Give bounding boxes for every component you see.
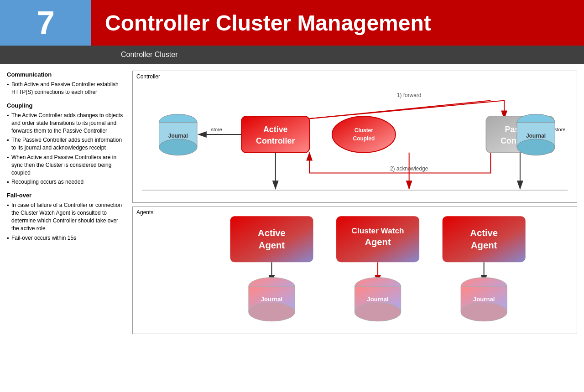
- failover-heading: Fail-over: [7, 191, 125, 200]
- svg-text:Active: Active: [263, 125, 288, 134]
- agents-box: Agents: [132, 206, 577, 334]
- svg-text:store: store: [554, 127, 565, 132]
- left-panel: Communication Both Active and Passive Co…: [7, 71, 125, 392]
- communication-heading: Communication: [7, 71, 125, 79]
- svg-text:Active: Active: [258, 228, 286, 238]
- list-item: The Active Controller adds changes to ob…: [7, 112, 125, 134]
- diagram-area: Controller Journal store Active Controll…: [132, 71, 577, 392]
- svg-point-2: [159, 139, 197, 155]
- agents-svg: Active Agent Journal Cluster Watch Agent: [135, 209, 574, 331]
- agents-label: Agents: [136, 209, 153, 216]
- svg-rect-6: [241, 116, 309, 152]
- svg-point-48: [355, 303, 401, 321]
- svg-rect-34: [230, 216, 313, 262]
- svg-text:Agent: Agent: [471, 240, 497, 250]
- svg-text:Cluster Watch: Cluster Watch: [352, 226, 404, 235]
- svg-text:Journal: Journal: [168, 133, 188, 139]
- slide-title: Controller Cluster Management: [91, 0, 584, 46]
- list-item: Both Active and Passive Controller estab…: [7, 81, 125, 96]
- main-content: Communication Both Active and Passive Co…: [0, 64, 584, 392]
- svg-text:Agent: Agent: [365, 237, 391, 247]
- coupling-heading: Coupling: [7, 102, 125, 110]
- list-item: Recoupling occurs as needed: [7, 178, 125, 186]
- svg-text:store: store: [211, 127, 222, 132]
- slide-number: 7: [0, 0, 91, 46]
- svg-text:Journal: Journal: [367, 296, 388, 303]
- list-item: In case of failure of a Controller or co…: [7, 201, 125, 232]
- list-item: When Active and Passive Controllers are …: [7, 154, 125, 176]
- subtitle-bar: Controller Cluster: [0, 46, 584, 64]
- svg-text:Journal: Journal: [261, 296, 282, 303]
- header: 7 Controller Cluster Management: [0, 0, 584, 46]
- coupling-list: The Active Controller adds changes to ob…: [7, 112, 125, 186]
- svg-text:Journal: Journal: [526, 133, 546, 139]
- communication-list: Both Active and Passive Controller estab…: [7, 81, 125, 96]
- svg-text:Cluster: Cluster: [355, 127, 373, 134]
- svg-point-40: [249, 303, 295, 321]
- svg-point-9: [332, 116, 396, 152]
- svg-text:Controller: Controller: [256, 136, 295, 145]
- svg-text:Active: Active: [470, 228, 498, 238]
- svg-text:Coupled: Coupled: [353, 135, 375, 142]
- svg-text:Journal: Journal: [473, 296, 495, 303]
- svg-point-56: [461, 303, 507, 321]
- svg-rect-50: [443, 216, 526, 262]
- svg-point-22: [517, 139, 555, 155]
- svg-text:Agent: Agent: [259, 240, 285, 250]
- list-item: The Passive Controller adds such informa…: [7, 136, 125, 152]
- list-item: Fail-over occurs within 15s: [7, 234, 125, 242]
- svg-text:1) forward: 1) forward: [397, 92, 422, 98]
- failover-list: In case of failure of a Controller or co…: [7, 201, 125, 242]
- controller-label: Controller: [136, 73, 160, 80]
- controller-box: Controller Journal store Active Controll…: [132, 71, 577, 203]
- controller-svg: Journal store Active Controller Cluster …: [135, 73, 574, 200]
